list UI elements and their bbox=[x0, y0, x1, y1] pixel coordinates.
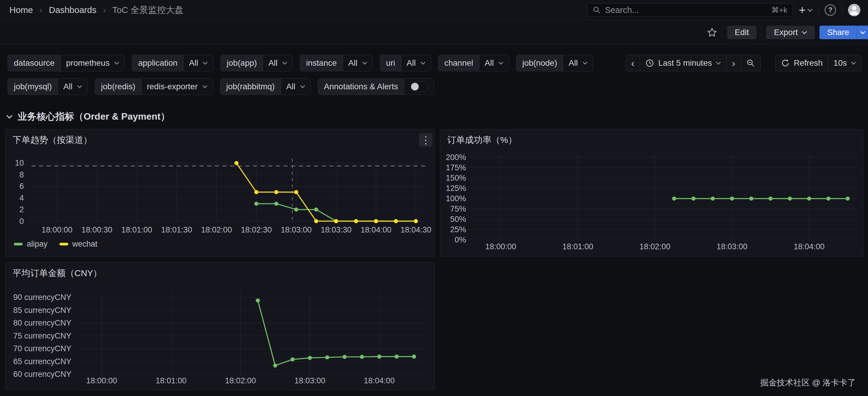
variable-value-dropdown[interactable]: All bbox=[479, 55, 509, 71]
svg-text:65 currencyCNY: 65 currencyCNY bbox=[13, 357, 71, 366]
svg-text:125%: 125% bbox=[446, 184, 466, 193]
variable-label: job(rabbitmq) bbox=[220, 79, 281, 94]
add-button[interactable]: + bbox=[799, 4, 813, 16]
svg-text:90 currencyCNY: 90 currencyCNY bbox=[13, 293, 71, 302]
variables-row-1: datasource prometheus application All jo… bbox=[0, 55, 868, 71]
share-dropdown-button[interactable] bbox=[857, 26, 868, 39]
avg-order-value-chart[interactable]: 18:00:0018:01:0018:02:0018:03:0018:04:00… bbox=[6, 262, 435, 390]
variable-value: All bbox=[286, 82, 296, 91]
time-forward-button[interactable]: › bbox=[726, 55, 741, 71]
annotations-toggle[interactable] bbox=[410, 81, 428, 92]
variable-value: All bbox=[268, 58, 277, 68]
user-avatar[interactable] bbox=[848, 4, 860, 16]
order-trend-chart[interactable]: 18:00:0018:00:3018:01:0018:01:3018:02:00… bbox=[6, 129, 435, 257]
variable-value: All bbox=[189, 58, 198, 68]
svg-text:0%: 0% bbox=[455, 235, 466, 244]
svg-text:6: 6 bbox=[20, 182, 24, 191]
chevron-down-icon bbox=[807, 8, 813, 12]
variable-value-dropdown[interactable]: redis-exporter bbox=[142, 79, 213, 94]
variable-value: All bbox=[407, 58, 416, 68]
variable-instance: instance All bbox=[300, 55, 372, 71]
variable-label: instance bbox=[300, 55, 343, 71]
variable-value-dropdown[interactable]: All bbox=[184, 55, 213, 71]
variable-uri: uri All bbox=[380, 55, 431, 71]
variable-label: application bbox=[132, 55, 184, 71]
chevron-down-icon bbox=[583, 62, 588, 64]
panel-title[interactable]: 下单趋势（按渠道） bbox=[13, 134, 92, 146]
panel-title[interactable]: 平均订单金额（CNY） bbox=[13, 267, 102, 279]
variable-label: job(node) bbox=[517, 55, 563, 71]
chevron-down-icon bbox=[860, 31, 865, 34]
chevron-down-icon bbox=[802, 31, 807, 34]
svg-text:8: 8 bbox=[20, 170, 24, 179]
breadcrumb-dashboards[interactable]: Dashboards bbox=[49, 5, 96, 15]
legend-item-wechat[interactable]: wechat bbox=[59, 239, 98, 249]
svg-text:18:03:00: 18:03:00 bbox=[294, 376, 326, 385]
svg-text:100%: 100% bbox=[446, 194, 466, 203]
refresh-interval-dropdown[interactable]: 10s bbox=[828, 55, 861, 71]
svg-text:25%: 25% bbox=[450, 225, 466, 234]
svg-text:85 currencyCNY: 85 currencyCNY bbox=[13, 306, 71, 315]
annotations-toggle-wrap bbox=[404, 79, 434, 94]
svg-text:70 currencyCNY: 70 currencyCNY bbox=[13, 344, 71, 353]
variable-job-app: job(app) All bbox=[220, 55, 293, 71]
variable-value: redis-exporter bbox=[147, 82, 198, 91]
svg-text:175%: 175% bbox=[446, 163, 466, 172]
variable-job-rabbitmq: job(rabbitmq) All bbox=[220, 78, 311, 95]
panel-title[interactable]: 订单成功率（%） bbox=[447, 134, 517, 146]
share-button[interactable]: Share bbox=[819, 26, 857, 39]
time-range-label: Last 5 minutes bbox=[658, 58, 712, 68]
svg-text:18:04:00: 18:04:00 bbox=[794, 242, 825, 251]
variable-value-dropdown[interactable]: All bbox=[263, 55, 292, 71]
variable-value-dropdown[interactable]: All bbox=[563, 55, 593, 71]
toggle-knob bbox=[411, 83, 419, 90]
breadcrumb-home[interactable]: Home bbox=[9, 5, 33, 15]
time-picker-group: ‹ Last 5 minutes › bbox=[625, 55, 761, 71]
variable-value-dropdown[interactable]: All bbox=[343, 55, 372, 71]
favorite-star-button[interactable] bbox=[707, 27, 717, 38]
variable-value-dropdown[interactable]: All bbox=[281, 79, 310, 94]
chevron-down-icon bbox=[6, 114, 13, 119]
legend-series-name: alipay bbox=[27, 239, 48, 249]
svg-text:150%: 150% bbox=[446, 173, 466, 182]
row-section-header[interactable]: 业务核心指标（Order & Payment） bbox=[6, 110, 170, 123]
variable-value-dropdown[interactable]: All bbox=[401, 55, 431, 71]
time-range-picker[interactable]: Last 5 minutes bbox=[640, 55, 726, 71]
search-placeholder: Search... bbox=[605, 5, 639, 15]
export-button[interactable]: Export bbox=[766, 26, 815, 39]
refresh-icon bbox=[781, 59, 790, 67]
variable-value-dropdown[interactable]: prometheus bbox=[61, 55, 125, 71]
variable-channel: channel All bbox=[438, 55, 509, 71]
svg-text:60 currencyCNY: 60 currencyCNY bbox=[13, 370, 71, 378]
divider bbox=[761, 27, 762, 37]
svg-text:75%: 75% bbox=[450, 204, 466, 213]
plus-icon: + bbox=[799, 4, 806, 16]
legend-item-alipay[interactable]: alipay bbox=[14, 239, 48, 249]
variable-value-dropdown[interactable]: All bbox=[58, 79, 87, 94]
search-shortcut: ⌘+k bbox=[771, 6, 787, 15]
refresh-button[interactable]: Refresh bbox=[776, 55, 828, 71]
zoom-out-button[interactable] bbox=[741, 55, 760, 71]
panel-avg-order-value: 平均订单金额（CNY） 18:00:0018:01:0018:02:0018:0… bbox=[5, 262, 435, 390]
success-rate-chart[interactable]: 18:00:0018:01:0018:02:0018:03:0018:04:00… bbox=[440, 129, 863, 257]
chevron-down-icon bbox=[498, 62, 503, 64]
variable-job-redis: job(redis) redis-exporter bbox=[95, 78, 213, 95]
breadcrumb-separator-icon: › bbox=[103, 5, 106, 15]
search-input[interactable]: Search... ⌘+k bbox=[587, 3, 793, 17]
divider bbox=[722, 27, 722, 37]
panel-order-trend: 下单趋势（按渠道） ⋮ 18:00:0018:00:3018:01:0018:0… bbox=[5, 129, 435, 257]
svg-text:18:02:30: 18:02:30 bbox=[241, 225, 272, 234]
annotations-alerts-label: Annotations & Alerts bbox=[318, 79, 404, 94]
panel-menu-button[interactable]: ⋮ bbox=[419, 133, 433, 147]
clock-icon bbox=[645, 59, 654, 67]
svg-text:10: 10 bbox=[15, 159, 24, 167]
svg-text:18:01:30: 18:01:30 bbox=[161, 225, 192, 234]
person-icon bbox=[848, 4, 860, 16]
svg-text:18:01:00: 18:01:00 bbox=[121, 225, 152, 234]
chevron-right-icon: › bbox=[732, 58, 735, 68]
edit-button[interactable]: Edit bbox=[727, 26, 756, 39]
time-back-button[interactable]: ‹ bbox=[626, 55, 640, 71]
svg-text:18:03:00: 18:03:00 bbox=[281, 225, 312, 234]
help-button[interactable]: ? bbox=[825, 4, 836, 16]
topnav-actions: Search... ⌘+k + ? bbox=[587, 3, 860, 17]
